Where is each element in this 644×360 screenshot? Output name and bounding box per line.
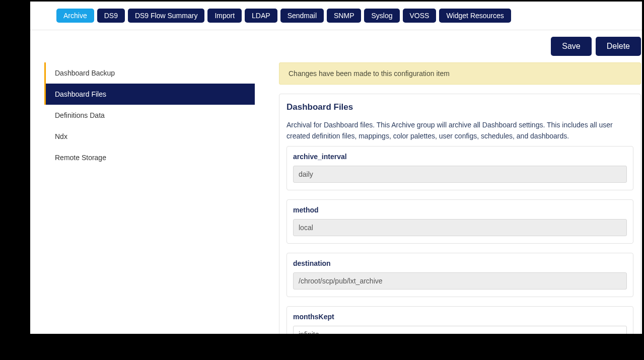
tab-archive[interactable]: Archive: [56, 9, 94, 23]
tab-voss[interactable]: VOSS: [403, 9, 437, 23]
field-archive-interval: archive_interval: [287, 146, 633, 190]
label-method: method: [293, 206, 627, 214]
sidebar-item-dashboard-backup[interactable]: Dashboard Backup: [44, 62, 255, 84]
sidebar-item-ndx[interactable]: Ndx: [44, 126, 255, 147]
tab-import[interactable]: Import: [207, 9, 242, 23]
tab-widget-resources[interactable]: Widget Resources: [439, 9, 511, 23]
dashboard-files-panel: Dashboard Files Archival for Dashboard f…: [279, 94, 641, 334]
field-method: method: [287, 199, 633, 244]
field-months-kept: monthsKept: [287, 306, 633, 334]
sidebar-item-remote-storage[interactable]: Remote Storage: [44, 147, 255, 168]
delete-button[interactable]: Delete: [596, 37, 641, 56]
sidebar: Dashboard Backup Dashboard Files Definit…: [44, 62, 255, 334]
tab-syslog[interactable]: Syslog: [364, 9, 399, 23]
input-method[interactable]: [293, 219, 627, 236]
actions-row: Save Delete: [30, 30, 642, 56]
tab-row: Archive DS9 DS9 Flow Summary Import LDAP…: [30, 2, 642, 30]
input-archive-interval[interactable]: [293, 166, 627, 183]
field-destination: destination: [287, 253, 633, 297]
tab-ds9-flow-summary[interactable]: DS9 Flow Summary: [128, 9, 204, 23]
tab-ds9[interactable]: DS9: [97, 9, 125, 23]
sidebar-item-dashboard-files[interactable]: Dashboard Files: [44, 84, 255, 105]
label-archive-interval: archive_interval: [293, 153, 627, 161]
changes-alert: Changes have been made to this configura…: [279, 62, 641, 85]
panel-title: Dashboard Files: [287, 102, 633, 112]
input-destination[interactable]: [293, 272, 627, 290]
main-content: Changes have been made to this configura…: [279, 62, 641, 334]
save-button[interactable]: Save: [551, 37, 591, 56]
tab-sendmail[interactable]: Sendmail: [280, 9, 324, 23]
tab-snmp[interactable]: SNMP: [327, 9, 361, 23]
sidebar-item-definitions-data[interactable]: Definitions Data: [44, 105, 255, 126]
input-months-kept[interactable]: [293, 326, 627, 334]
panel-description: Archival for Dashboard files. This Archi…: [287, 119, 633, 142]
label-months-kept: monthsKept: [293, 313, 627, 321]
tab-ldap[interactable]: LDAP: [245, 9, 277, 23]
label-destination: destination: [293, 259, 627, 267]
